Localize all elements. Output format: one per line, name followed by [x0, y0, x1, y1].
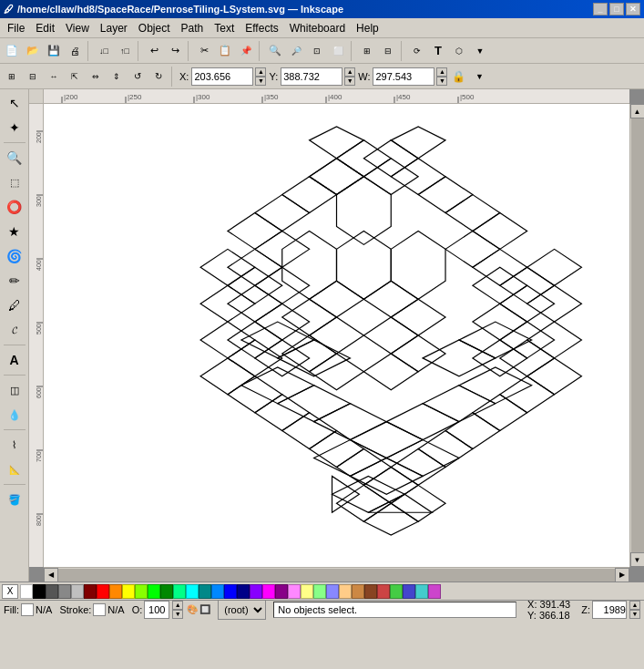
minimize-button[interactable]: _: [593, 3, 608, 15]
node-tool[interactable]: ✦: [3, 116, 26, 139]
color-green[interactable]: [148, 584, 160, 599]
scroll-right-button[interactable]: ▶: [615, 568, 629, 582]
zoom-up-button[interactable]: ▲: [629, 601, 640, 610]
opacity-down-button[interactable]: ▼: [172, 610, 183, 619]
save-button[interactable]: 💾: [44, 41, 64, 61]
x-input[interactable]: [191, 67, 253, 86]
menu-effects[interactable]: Effects: [240, 20, 283, 36]
no-color-button[interactable]: X: [2, 584, 18, 599]
menu-whiteboard[interactable]: Whiteboard: [284, 20, 351, 36]
color-yellow[interactable]: [122, 584, 135, 599]
opacity-input[interactable]: [144, 601, 169, 619]
star-tool[interactable]: ★: [3, 220, 26, 243]
color-pink[interactable]: [288, 584, 301, 599]
select-rot-cw[interactable]: ↻: [148, 67, 169, 87]
menu-edit[interactable]: Edit: [30, 20, 60, 36]
snap2-button[interactable]: ⊟: [378, 41, 398, 61]
color-dblue[interactable]: [237, 584, 250, 599]
lock-btn[interactable]: 🔒: [448, 67, 468, 87]
color-lgray[interactable]: [71, 584, 84, 599]
w-input[interactable]: [373, 67, 434, 86]
rect-tool[interactable]: ⬚: [3, 170, 26, 194]
layer-select[interactable]: (root): [218, 600, 266, 620]
export-button[interactable]: ↑□: [115, 41, 135, 61]
color-lime[interactable]: [135, 584, 148, 599]
color-teal[interactable]: [173, 584, 186, 599]
extra-button[interactable]: ⬡: [449, 41, 469, 61]
color-ltblue[interactable]: [211, 584, 224, 599]
color-magenta[interactable]: [262, 584, 275, 599]
select-rot-ccw[interactable]: ↺: [128, 67, 148, 87]
zoom-in-button[interactable]: 🔍: [265, 41, 285, 61]
color-dpurple[interactable]: [275, 584, 288, 599]
zoom-page-button[interactable]: ⬜: [328, 41, 348, 61]
scroll-track-bottom[interactable]: [58, 569, 615, 582]
open-button[interactable]: 📂: [23, 41, 43, 61]
zoom-fit-button[interactable]: ⊡: [307, 41, 327, 61]
x-up-button[interactable]: ▲: [255, 67, 266, 77]
print-button[interactable]: 🖨: [65, 41, 85, 61]
paste-button[interactable]: 📌: [236, 41, 256, 61]
pen-tool[interactable]: 🖊: [3, 293, 26, 317]
menu-path[interactable]: Path: [176, 20, 210, 36]
ellipse-tool[interactable]: ⭕: [3, 195, 26, 219]
color-black[interactable]: [33, 584, 46, 599]
zoom-tool[interactable]: 🔍: [3, 146, 26, 170]
color-mblue[interactable]: [403, 584, 415, 599]
x-down-button[interactable]: ▼: [255, 77, 266, 86]
menu-file[interactable]: File: [2, 20, 30, 36]
snap-button[interactable]: ⊞: [357, 41, 377, 61]
color-dcyan[interactable]: [199, 584, 211, 599]
color-darkred[interactable]: [84, 584, 97, 599]
menu-text[interactable]: Text: [209, 20, 240, 36]
color-brown[interactable]: [352, 584, 364, 599]
scroll-down-button[interactable]: ▼: [630, 552, 645, 567]
select-snap3[interactable]: ↔: [44, 67, 64, 87]
color-tan[interactable]: [339, 584, 352, 599]
stroke-swatch[interactable]: [93, 603, 106, 616]
text-tool[interactable]: A: [3, 348, 26, 372]
import-button[interactable]: ↓□: [94, 41, 114, 61]
canvas-area[interactable]: |200 |250 |300 |350 |400 |450 |500 200: [29, 89, 644, 582]
scrollbar-right[interactable]: ▲ ▼: [629, 104, 644, 567]
maximize-button[interactable]: □: [609, 3, 624, 15]
scroll-up-button[interactable]: ▲: [630, 104, 645, 118]
y-down-button[interactable]: ▼: [344, 77, 355, 86]
more-btn[interactable]: ▼: [469, 67, 489, 87]
zoom-down-button[interactable]: ▼: [629, 610, 640, 619]
spiral-tool[interactable]: 🌀: [3, 244, 26, 268]
cut-button[interactable]: ✂: [194, 41, 214, 61]
zoom-input[interactable]: [592, 601, 627, 619]
color-ltgreen[interactable]: [313, 584, 326, 599]
transform-button[interactable]: ⟳: [407, 41, 427, 61]
color-ltyellow[interactable]: [301, 584, 313, 599]
fill-tool[interactable]: 🪣: [3, 488, 26, 511]
selector-tool[interactable]: ↖: [3, 91, 26, 115]
color-dgreen[interactable]: [160, 584, 173, 599]
connector-tool[interactable]: ⌇: [3, 433, 26, 457]
fill-swatch[interactable]: [21, 603, 34, 616]
menu-layer[interactable]: Layer: [95, 20, 133, 36]
color-gray[interactable]: [58, 584, 71, 599]
pencil-tool[interactable]: ✏: [3, 269, 26, 293]
color-white[interactable]: [20, 584, 33, 599]
select-snap2[interactable]: ⊟: [23, 67, 43, 87]
color-purple[interactable]: [250, 584, 262, 599]
select-snap1[interactable]: ⊞: [2, 67, 22, 87]
color-mmagenta[interactable]: [428, 584, 441, 599]
color-orange[interactable]: [109, 584, 122, 599]
close-button[interactable]: ✕: [626, 3, 640, 15]
zoom-out-button[interactable]: 🔎: [286, 41, 306, 61]
dropper-tool[interactable]: 💧: [3, 403, 26, 427]
dropdown-button[interactable]: ▼: [470, 41, 490, 61]
menu-view[interactable]: View: [60, 20, 95, 36]
scrollbar-bottom[interactable]: ◀ ▶: [44, 567, 629, 582]
redo-button[interactable]: ↪: [165, 41, 185, 61]
color-mcyan[interactable]: [415, 584, 428, 599]
menu-object[interactable]: Object: [133, 20, 176, 36]
scroll-left-button[interactable]: ◀: [44, 568, 58, 582]
undo-button[interactable]: ↩: [144, 41, 164, 61]
scroll-track-right[interactable]: [631, 118, 644, 552]
text-tool-tb[interactable]: T: [428, 41, 448, 61]
w-down-button[interactable]: ▼: [436, 77, 447, 86]
